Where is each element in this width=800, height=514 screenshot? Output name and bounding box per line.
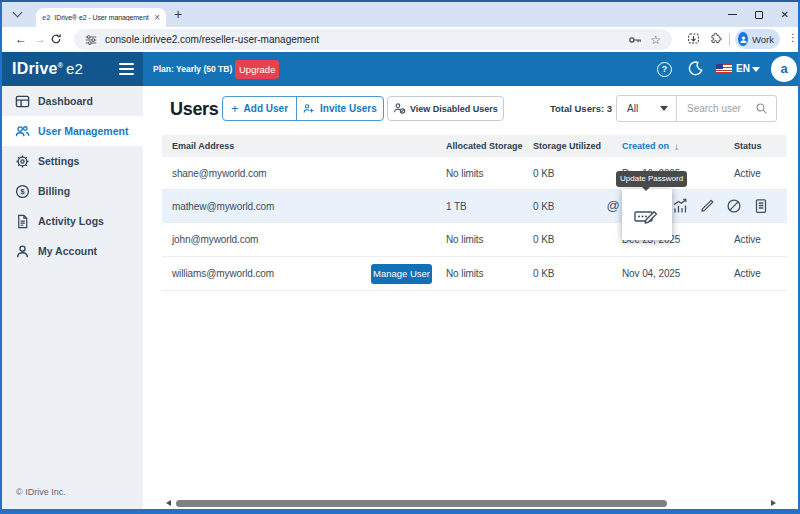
logo-panel: IDrive®e2	[2, 52, 143, 86]
scroll-left-icon[interactable]	[166, 500, 171, 506]
disable-action-icon[interactable]	[726, 198, 742, 214]
table-row[interactable]: john@myworld.com No limits 0 KB Dec 23, …	[162, 223, 787, 257]
sidebar-item-activity-logs[interactable]: Activity Logs	[2, 206, 143, 236]
allocated-storage: No limits	[446, 257, 483, 290]
help-icon[interactable]: ?	[657, 62, 672, 77]
maximize-icon[interactable]	[755, 11, 763, 19]
col-email-address: Email Address	[172, 135, 234, 157]
sidebar-item-dashboard[interactable]: Dashboard	[2, 86, 143, 116]
language-caret-icon[interactable]	[752, 67, 760, 72]
sidebar-label: Dashboard	[38, 95, 93, 107]
search-icon	[755, 102, 768, 115]
plan-label: Plan: Yearly (50 TB)	[153, 52, 232, 86]
manage-user-button[interactable]: Manage User	[371, 264, 432, 284]
users-page: Users + Add User Invite Users View Disab…	[143, 86, 798, 509]
browser-tabstrip: e2 IDrive® e2 - User management × + ✕	[2, 2, 798, 27]
language-label[interactable]: EN	[736, 52, 750, 86]
email-action-icon[interactable]: @	[605, 198, 621, 214]
scroll-right-icon[interactable]	[771, 500, 776, 506]
col-allocated-storage: Allocated Storage	[446, 135, 523, 157]
storage-utilized: 0 KB	[533, 257, 554, 290]
logs-action-icon[interactable]	[753, 198, 769, 214]
created-on: Nov 04, 2025	[622, 257, 680, 290]
user-email: john@myworld.com	[172, 223, 258, 256]
window-controls: ✕	[728, 2, 789, 27]
main-area: Dashboard User Management Settings $ Bil…	[2, 86, 798, 509]
total-users-label: Total Users: 3	[502, 96, 612, 121]
update-password-tooltip: Update Password	[616, 171, 687, 187]
sidebar-label: My Account	[38, 245, 97, 257]
add-user-button[interactable]: + Add User	[223, 97, 296, 120]
col-status: Status	[734, 135, 762, 157]
stats-action-icon[interactable]	[672, 198, 688, 214]
user-email: williams@myworld.com	[172, 257, 274, 290]
app-header: IDrive®e2 Plan: Yearly (50 TB) Upgrade ?…	[2, 52, 798, 86]
sidebar-label: Billing	[38, 185, 70, 197]
edit-action-icon[interactable]	[699, 198, 715, 214]
users-icon	[15, 124, 30, 139]
minimize-icon[interactable]	[728, 14, 737, 15]
svg-text:$: $	[20, 187, 25, 196]
site-info-icon[interactable]	[85, 34, 97, 46]
gear-icon	[15, 154, 30, 169]
page-title: Users	[170, 99, 219, 120]
user-filter-dropdown[interactable]: All	[617, 96, 677, 121]
profile-avatar-icon	[738, 32, 748, 46]
status-label: Active	[734, 157, 761, 189]
horizontal-scrollbar[interactable]	[143, 499, 798, 508]
storage-utilized: 0 KB	[533, 223, 554, 256]
sidebar-label: Settings	[38, 155, 79, 167]
sidebar-item-user-management[interactable]: User Management	[2, 116, 143, 146]
plus-icon: +	[231, 101, 239, 116]
disabled-user-icon	[393, 102, 406, 115]
us-flag-icon	[716, 64, 732, 74]
url-text[interactable]: console.idrivee2.com/reseller-user-manag…	[105, 34, 620, 45]
profile-chip[interactable]: Work	[735, 29, 780, 49]
back-icon[interactable]: ←	[15, 32, 27, 46]
col-created-on[interactable]: Created on↓	[622, 135, 679, 157]
new-tab-button[interactable]: +	[174, 6, 182, 22]
scrollbar-thumb[interactable]	[176, 500, 667, 507]
dollar-icon: $	[15, 184, 30, 199]
sidebar-item-my-account[interactable]: My Account	[2, 236, 143, 266]
hamburger-menu-icon[interactable]	[119, 63, 134, 78]
view-disabled-users-button[interactable]: View Disabled Users	[387, 96, 504, 121]
sidebar-item-billing[interactable]: $ Billing	[2, 176, 143, 206]
sidebar-item-settings[interactable]: Settings	[2, 146, 143, 176]
users-table: Email Address Allocated Storage Storage …	[162, 135, 787, 291]
address-bar[interactable]: console.idrivee2.com/reseller-user-manag…	[74, 29, 672, 50]
tab-organize-icon[interactable]	[687, 32, 700, 45]
search-user-input[interactable]: Search user	[677, 96, 776, 121]
sidebar-label: User Management	[38, 125, 128, 137]
tab-search-button[interactable]	[14, 11, 24, 21]
table-row[interactable]: williams@myworld.com Manage User No limi…	[162, 257, 787, 291]
account-avatar[interactable]: a	[771, 56, 797, 82]
storage-utilized: 0 KB	[533, 190, 554, 222]
profile-label: Work	[752, 34, 774, 45]
chevron-down-icon	[13, 8, 23, 18]
reload-icon[interactable]	[50, 33, 62, 45]
update-password-action-icon[interactable]	[622, 189, 672, 240]
table-row[interactable]: shane@myworld.com No limits 0 KB Dec 16,…	[162, 157, 787, 190]
status-label: Active	[734, 223, 761, 256]
tab-close-icon[interactable]: ×	[154, 13, 160, 22]
copyright: © IDrive Inc.	[16, 487, 66, 497]
person-icon	[15, 244, 30, 259]
invite-users-button[interactable]: Invite Users	[296, 97, 383, 120]
table-row[interactable]: mathew@myworld.com 1 TB 0 KB @	[162, 190, 787, 223]
browser-tab[interactable]: e2 IDrive® e2 - User management ×	[36, 8, 166, 27]
password-manager-icon[interactable]	[628, 33, 642, 47]
forward-icon[interactable]: →	[34, 32, 46, 46]
dropdown-caret-icon	[660, 106, 668, 111]
tab-favicon: e2	[42, 13, 50, 22]
browser-menu-icon[interactable]: ⋮	[788, 32, 798, 43]
upgrade-button[interactable]: Upgrade	[235, 60, 279, 79]
dark-mode-icon[interactable]	[688, 61, 703, 76]
toolbar-separator	[729, 33, 730, 46]
close-icon[interactable]: ✕	[781, 10, 789, 19]
bookmark-star-icon[interactable]: ☆	[650, 33, 661, 47]
extensions-icon[interactable]	[709, 32, 722, 45]
user-email: mathew@myworld.com	[172, 190, 274, 222]
table-header-row: Email Address Allocated Storage Storage …	[162, 135, 787, 157]
allocated-storage: No limits	[446, 157, 483, 189]
